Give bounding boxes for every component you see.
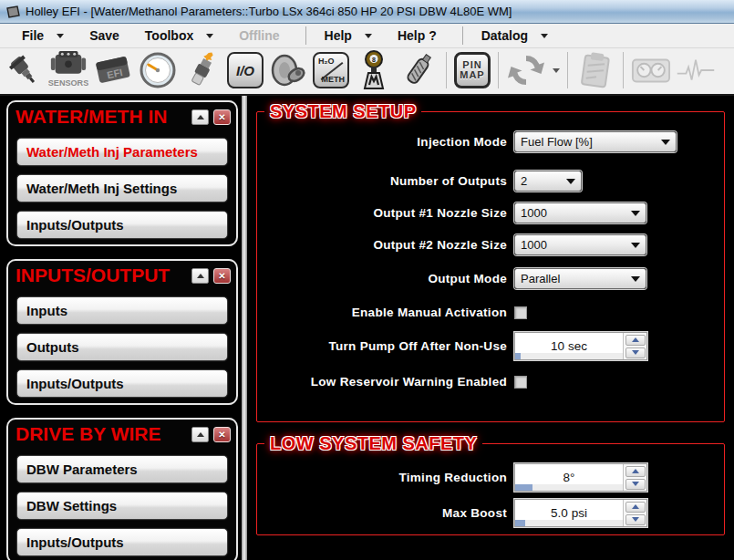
panel-header: INPUTS/OUTPUT ✕: [8, 261, 236, 288]
content-area: WATER/METH IN ✕ Water/Meth Inj Parameter…: [0, 96, 734, 560]
spinner-slider-fill: [515, 353, 521, 359]
menu-help[interactable]: Help: [315, 25, 381, 47]
sidebar: WATER/METH IN ✕ Water/Meth Inj Parameter…: [0, 96, 242, 560]
spin-down-button[interactable]: [625, 479, 646, 490]
output2-nozzle-size-select[interactable]: 1000: [514, 234, 646, 255]
triangle-up-icon: [632, 337, 639, 342]
spinner-buttons: [623, 333, 646, 359]
spinner-buttons: [623, 464, 646, 491]
spin-up-button[interactable]: [625, 466, 646, 477]
chevron-down-icon: [57, 34, 64, 38]
chevron-down-icon: [631, 211, 640, 216]
injection-mode-label: Injection Mode: [263, 135, 507, 149]
panel-title: INPUTS/OUTPUT: [16, 264, 191, 286]
output-mode-select[interactable]: Parallel: [514, 268, 646, 289]
sidebar-item-inputs-outputs-1[interactable]: Inputs/Outputs: [16, 211, 228, 239]
toolbar-separator: [498, 52, 499, 88]
spinner-slider-track[interactable]: [515, 484, 623, 491]
menu-toolbox[interactable]: Toolbox: [136, 25, 222, 47]
sidebar-item-outputs[interactable]: Outputs: [16, 333, 228, 361]
triangle-up-icon: [632, 504, 639, 509]
chevron-down-icon: [566, 179, 575, 184]
sidebar-item-inputs[interactable]: Inputs: [16, 296, 228, 325]
panel-close-button[interactable]: ✕: [213, 109, 231, 125]
toolbar: SENSORS EFI I/O: [0, 48, 734, 96]
output1-nozzle-size-label: Output #1 Nozzle Size: [263, 206, 507, 220]
h2o-meth-icon[interactable]: H₂O METH: [313, 52, 349, 88]
max-boost-value[interactable]: 5.0 psi: [515, 500, 623, 526]
sync-icon[interactable]: [506, 49, 546, 91]
blower-icon[interactable]: [268, 49, 308, 91]
enable-manual-activation-label: Enable Manual Activation: [263, 306, 507, 319]
output-mode-label: Output Mode: [263, 272, 507, 285]
triangle-down-icon: [632, 517, 639, 522]
spin-down-button[interactable]: [625, 514, 646, 525]
nitrous-bottle-icon[interactable]: [398, 49, 439, 91]
injection-mode-select[interactable]: Fuel Flow [%]: [514, 131, 677, 152]
panel-minimize-button[interactable]: [191, 427, 209, 442]
spinner-slider-fill: [515, 520, 525, 526]
triangle-up-icon: [632, 469, 639, 473]
menu-help-question[interactable]: Help ?: [388, 25, 446, 47]
spinner-slider-track[interactable]: [515, 520, 623, 526]
spinner-slider-track[interactable]: [515, 353, 623, 359]
panel-water-meth-in: WATER/METH IN ✕ Water/Meth Inj Parameter…: [6, 100, 238, 246]
sidebar-item-dbw-settings[interactable]: DBW Settings: [16, 492, 228, 520]
panel-close-button[interactable]: ✕: [213, 427, 231, 442]
panel-title: DRIVE BY WIRE: [16, 423, 191, 445]
gauges-panel-icon-disabled: [631, 49, 671, 91]
main-panel: SYSTEM SETUP Injection Mode Fuel Flow [%…: [247, 96, 734, 560]
triangle-up-icon: [197, 432, 204, 437]
chevron-down-icon: [365, 34, 372, 38]
spin-down-button[interactable]: [625, 347, 646, 358]
triangle-up-icon: [197, 115, 204, 119]
pulse-icon-disabled: [676, 49, 716, 91]
spark-plug-icon[interactable]: [182, 49, 222, 91]
sidebar-item-water-meth-inj-parameters[interactable]: Water/Meth Inj Parameters: [16, 138, 228, 166]
pump-off-value[interactable]: 10 sec: [515, 333, 623, 359]
panel-minimize-button[interactable]: [191, 268, 209, 284]
output1-nozzle-size-select[interactable]: 1000: [514, 202, 646, 223]
triangle-down-icon: [632, 350, 639, 355]
panel-header: WATER/METH IN ✕: [8, 102, 236, 130]
window-title: Holley EFI - [Water/Methanol Parameters:…: [26, 5, 512, 18]
number-of-outputs-select[interactable]: 2: [514, 171, 582, 192]
spin-up-button[interactable]: [625, 335, 646, 346]
panel-close-button[interactable]: ✕: [213, 268, 231, 284]
sidebar-item-inputs-outputs-3[interactable]: Inputs/Outputs: [16, 528, 228, 556]
io-icon[interactable]: I/O: [227, 52, 264, 88]
pin-map-icon[interactable]: PIN MAP: [454, 52, 491, 88]
triangle-up-icon: [197, 274, 204, 278]
sidebar-item-inputs-outputs-2[interactable]: Inputs/Outputs: [16, 369, 228, 398]
shifter-icon[interactable]: 8: [354, 49, 394, 91]
menu-file[interactable]: File: [13, 25, 73, 47]
enable-manual-activation-checkbox[interactable]: [514, 306, 527, 319]
app-window: Holley EFI - [Water/Methanol Parameters:…: [0, 0, 734, 560]
panel-header: DRIVE BY WIRE ✕: [8, 420, 236, 447]
max-boost-spinner: 5.0 psi: [514, 499, 647, 527]
clipboard-icon-disabled: [575, 49, 615, 91]
spin-up-button[interactable]: [625, 502, 646, 513]
sync-dropdown-arrow-icon[interactable]: [553, 68, 560, 73]
panel-minimize-button[interactable]: [191, 109, 209, 125]
timing-reduction-label: Timing Reduction: [263, 471, 507, 484]
spinner-buttons: [623, 500, 646, 526]
timing-reduction-value[interactable]: 8°: [515, 464, 623, 491]
sensors-icon[interactable]: SENSORS: [48, 49, 88, 91]
fuel-injector-icon[interactable]: [4, 49, 44, 91]
efi-ecu-icon[interactable]: EFI: [93, 49, 133, 91]
toolbar-separator: [446, 52, 447, 88]
sidebar-item-water-meth-inj-settings[interactable]: Water/Meth Inj Settings: [16, 174, 228, 202]
spinner-slider-fill: [515, 484, 532, 491]
menu-datalog[interactable]: Datalog: [472, 25, 557, 47]
app-icon: [5, 5, 20, 18]
low-reservoir-warning-checkbox[interactable]: [514, 376, 527, 389]
sidebar-item-dbw-parameters[interactable]: DBW Parameters: [16, 455, 228, 483]
toolbar-separator: [623, 52, 624, 88]
gauge-icon[interactable]: [138, 49, 178, 91]
svg-text:8: 8: [372, 57, 376, 63]
low-reservoir-warning-label: Low Reservoir Warning Enabled: [263, 375, 507, 389]
menu-save[interactable]: Save: [80, 25, 129, 47]
toolbar-separator: [567, 52, 568, 88]
section-title: SYSTEM SETUP: [264, 101, 421, 122]
